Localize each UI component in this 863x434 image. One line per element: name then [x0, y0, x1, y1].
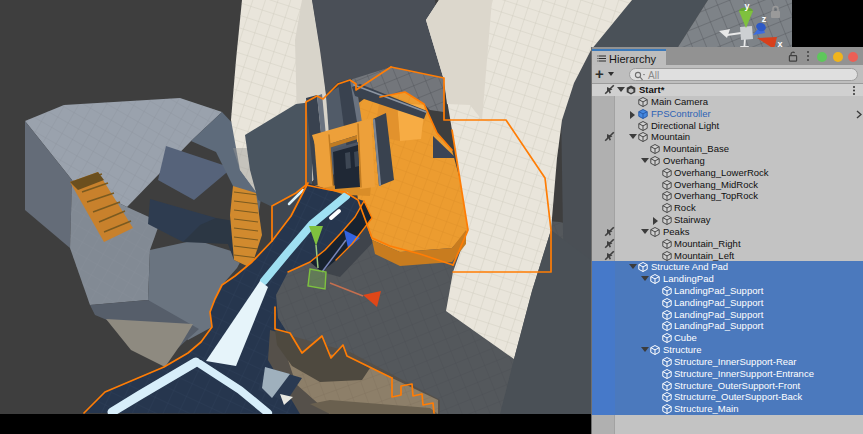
svg-text:z: z [762, 14, 767, 24]
svg-text:y: y [744, 1, 749, 11]
